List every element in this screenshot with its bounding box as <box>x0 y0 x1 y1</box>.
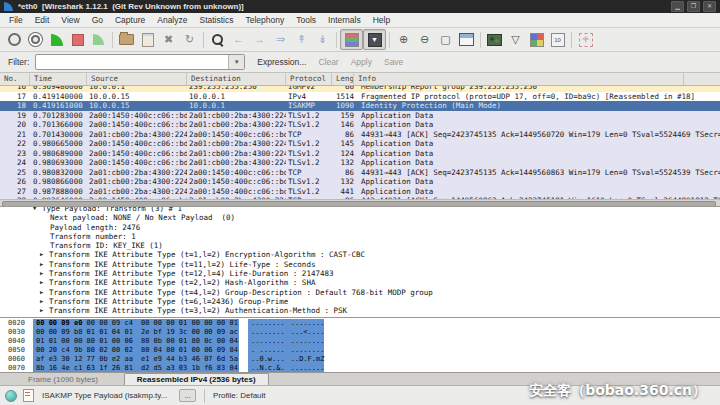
menu-item[interactable]: Tools <box>290 14 322 26</box>
go-top-button[interactable]: ↟ <box>291 30 312 49</box>
hex-bytes[interactable]: af e3 30 12 77 0b e2 aae1 e9 44 b3 46 07… <box>33 355 239 364</box>
list-interfaces-button[interactable] <box>4 30 25 49</box>
coloring-rules-button[interactable] <box>526 30 547 49</box>
start-capture-button[interactable] <box>46 30 67 49</box>
detail-row[interactable]: Transform ID: KEY_IKE (1) <box>0 241 720 250</box>
capture-filters-button[interactable] <box>484 30 505 49</box>
expression-button[interactable]: Expression... <box>257 57 306 67</box>
help-button[interactable]: ✛ <box>575 30 596 49</box>
menu-item[interactable]: Telephony <box>240 14 291 26</box>
detail-row[interactable]: ▶ Transform IKE Attribute Type (t=12,l=4… <box>0 269 720 278</box>
expander-icon[interactable]: ▶ <box>40 288 49 297</box>
filter-input[interactable] <box>36 55 228 69</box>
go-forward-button[interactable]: → <box>249 30 270 49</box>
expander-icon[interactable]: ▶ <box>40 260 49 269</box>
packet-row[interactable]: 27 0.987888000 2a01:cb00:2ba:4300:2247 2… <box>0 187 720 197</box>
detail-row[interactable]: ▶ Transform IKE Attribute Type (t=1,l=2)… <box>0 250 720 259</box>
hex-bytes[interactable]: 00 00 09 e0 00 00 09 c400 00 00 01 00 00… <box>33 319 239 328</box>
detail-row[interactable]: Next payload: NONE / No Next Payload (0) <box>0 213 720 222</box>
detail-row[interactable]: ▶ Transform IKE Attribute Type (t=3,l=2)… <box>0 306 720 315</box>
hex-row[interactable]: 0030 00 00 09 b8 01 01 04 012e bf 19 3c … <box>0 328 720 337</box>
packet-row[interactable]: 18 0.419161000 10.0.0.15 10.0.0.1 ISAKMP… <box>0 101 720 111</box>
clear-button[interactable]: Clear <box>318 57 338 67</box>
hex-ascii[interactable]: ..N.c.&......... <box>248 364 324 372</box>
hex-row[interactable]: 0020 00 00 09 e0 00 00 09 c400 00 00 01 … <box>0 319 720 328</box>
autoscroll-toggle-button[interactable]: ▼ <box>363 29 386 50</box>
packet-list-hscrollbar[interactable] <box>0 199 720 206</box>
hex-ascii[interactable]: ................ <box>248 337 324 346</box>
resize-columns-button[interactable] <box>456 30 477 49</box>
menu-item[interactable]: Help <box>367 14 396 26</box>
detail-row[interactable]: Payload length: 2476 <box>0 223 720 232</box>
hex-bytes[interactable]: 00 20 c4 9b 80 02 00 0280 04 00 01 00 06… <box>33 346 239 355</box>
restart-capture-button[interactable] <box>88 30 109 49</box>
status-profile[interactable]: Profile: Default <box>213 391 265 400</box>
close-icon[interactable]: ✕ <box>703 1 716 12</box>
save-file-button[interactable] <box>137 30 158 49</box>
hex-ascii[interactable]: ..0.w.....D.F.mZ <box>248 355 324 364</box>
packet-row[interactable]: 22 0.980665000 2a00:1450:400c:c06::bd 2a… <box>0 139 720 149</box>
hex-ascii[interactable]: ................ <box>248 319 324 328</box>
expander-icon[interactable]: ▶ <box>40 269 49 278</box>
reload-button[interactable]: ↻ <box>179 30 200 49</box>
zoom-out-button[interactable]: ⊖ <box>414 30 435 49</box>
status-more-button[interactable]: ... <box>179 389 196 402</box>
detail-row[interactable]: ▶ Transform IKE Attribute Type (t=4,l=2)… <box>0 288 720 297</box>
hex-row[interactable]: 0070 8b 16 4e c1 63 1f 26 81d2 d5 a3 03 … <box>0 364 720 372</box>
packet-row[interactable]: 19 0.701283000 2a00:1450:400c:c06::bd 2a… <box>0 111 720 121</box>
filter-dropdown-button[interactable]: ▼ <box>228 55 244 69</box>
packet-row[interactable]: 17 0.419140000 10.0.0.15 10.0.0.1 IPv4 1… <box>0 92 720 102</box>
apply-button[interactable]: Apply <box>351 57 372 67</box>
detail-row[interactable]: ▶ Transform IKE Attribute Type (t=6,l=24… <box>0 297 720 306</box>
packet-row[interactable]: 23 0.980689000 2a00:1450:400c:c06::bd 2a… <box>0 149 720 159</box>
menu-item[interactable]: Internals <box>322 14 367 26</box>
find-packet-button[interactable] <box>207 30 228 49</box>
go-back-button[interactable]: ← <box>228 30 249 49</box>
hex-row[interactable]: 0050 00 20 c4 9b 80 02 00 0280 04 00 01 … <box>0 346 720 355</box>
preferences-button[interactable]: 10 <box>547 30 568 49</box>
colorize-toggle-button[interactable] <box>340 29 363 50</box>
menu-item[interactable]: Edit <box>29 14 56 26</box>
expander-icon[interactable]: ▶ <box>40 250 49 259</box>
column-header[interactable]: Destination <box>187 73 286 85</box>
hex-ascii[interactable]: . .............. <box>248 346 324 355</box>
stop-capture-button[interactable] <box>67 30 88 49</box>
close-file-button[interactable]: ✖ <box>158 30 179 49</box>
hex-row[interactable]: 0060 af e3 30 12 77 0b e2 aae1 e9 44 b3 … <box>0 355 720 364</box>
hex-ascii[interactable]: ...........<.... <box>248 328 324 337</box>
zoom-normal-button[interactable]: ▢ <box>435 30 456 49</box>
packet-row[interactable]: 20 0.701366000 2a00:1450:400c:c06::bd 2a… <box>0 120 720 130</box>
zoom-in-button[interactable]: ⊕ <box>393 30 414 49</box>
menu-item[interactable]: Capture <box>109 14 151 26</box>
column-header[interactable]: Protocol <box>286 73 332 85</box>
menu-item[interactable]: Analyze <box>151 14 193 26</box>
minimize-icon[interactable]: ▁ <box>671 1 684 12</box>
packet-row[interactable]: 26 0.980866000 2a01:cb00:2ba:4300:2247 2… <box>0 177 720 187</box>
hex-bytes[interactable]: 01 01 00 00 80 01 00 0680 0b 00 01 80 0c… <box>33 337 239 346</box>
expander-icon[interactable]: ▶ <box>40 297 49 306</box>
hex-row[interactable]: 0040 01 01 00 00 80 01 00 0680 0b 00 01 … <box>0 337 720 346</box>
expert-info-icon[interactable] <box>5 390 17 402</box>
go-to-packet-button[interactable]: ⇒ <box>270 30 291 49</box>
detail-row[interactable]: ▼ Type Payload: Transform (3) # 1 <box>0 206 720 213</box>
tab-frame[interactable]: Frame (1090 bytes) <box>16 374 110 385</box>
packet-row[interactable]: 25 0.980832000 2a01:cb00:2ba:4300:2247 2… <box>0 168 720 178</box>
packet-row[interactable]: 24 0.980693000 2a00:1450:400c:c06::bd 2a… <box>0 158 720 168</box>
column-header[interactable]: Length <box>332 73 354 85</box>
menu-item[interactable]: Go <box>86 14 109 26</box>
capture-comment-icon[interactable] <box>23 389 34 402</box>
expander-icon[interactable]: ▶ <box>40 306 49 315</box>
hex-bytes[interactable]: 8b 16 4e c1 63 1f 26 81d2 d5 a3 03 1b f6… <box>33 364 239 372</box>
column-header[interactable]: Info <box>354 73 684 85</box>
maximize-icon[interactable]: ❐ <box>687 1 700 12</box>
display-filters-button[interactable]: ▽ <box>505 30 526 49</box>
expander-icon[interactable]: ▼ <box>33 206 42 213</box>
menu-item[interactable]: Statistics <box>193 14 239 26</box>
expander-icon[interactable]: ▶ <box>40 278 49 287</box>
packet-row[interactable]: 21 0.701430000 2a01:cb00:2ba:4300:2247 2… <box>0 130 720 140</box>
column-header[interactable]: Time <box>30 73 87 85</box>
open-file-button[interactable] <box>116 30 137 49</box>
column-header[interactable]: Source <box>87 73 187 85</box>
column-header[interactable]: No. <box>0 73 30 85</box>
capture-options-button[interactable] <box>25 30 46 49</box>
